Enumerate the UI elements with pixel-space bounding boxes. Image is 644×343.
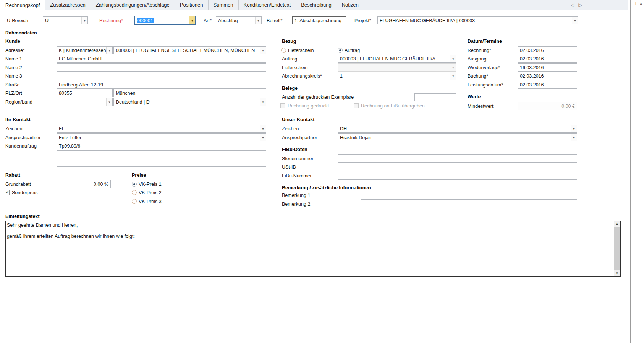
tab-rechnungskopf[interactable]: Rechnungskopf <box>0 0 45 10</box>
mindestwert-input: 0,00 € <box>518 102 577 110</box>
tab-notizen[interactable]: Notizen <box>337 0 364 10</box>
einleitungstext-content: Sehr geehrte Damen und Herren, gemäß Ihr… <box>7 223 612 239</box>
unser-ansprechpartner-label: Ansprechpartner <box>282 135 317 141</box>
projekt-combo[interactable]: FLUGHAFEN MUC GEBÄUDE III/A | 000003 ▾ <box>377 16 578 24</box>
datum-rechnung-input[interactable]: 02.03.2016 <box>518 46 577 54</box>
invoice-editor-window: Rechnungskopf Zusatzadressen Zahlungsbed… <box>0 0 644 343</box>
chevron-down-icon[interactable]: ▾ <box>106 98 112 106</box>
unser-zeichen-label: Zeichen <box>282 126 299 132</box>
vk-preis-1-label: VK-Preis 1 <box>139 182 162 187</box>
name3-input[interactable] <box>57 72 266 80</box>
tab-summen[interactable]: Summen <box>209 0 239 10</box>
form-right-edge <box>587 11 587 343</box>
chevron-down-icon[interactable]: ▾ <box>260 134 266 141</box>
mindestwert-label: Mindestwert <box>468 104 493 109</box>
chevron-down-icon[interactable]: ▾ <box>450 72 456 80</box>
chevron-down-icon[interactable]: ▾ <box>81 17 87 24</box>
auftrag-combo[interactable]: 000003 | FLUGHAFEN MUC GEBÄUDE III/A ▾ <box>338 55 456 63</box>
chevron-down-icon[interactable]: ▾ <box>189 16 195 24</box>
chevron-down-icon[interactable]: ▾ <box>260 47 266 54</box>
ihr-ansprechpartner-combo[interactable]: Fritz Lüfler ▾ <box>57 133 266 141</box>
betreff-input[interactable]: 1. Abschlagsrechnung <box>292 16 346 24</box>
tab-zusatzadressen[interactable]: Zusatzadressen <box>45 0 91 10</box>
vk-preis-1-radio[interactable] <box>132 182 137 187</box>
textarea-scrollbar[interactable]: ▲ ▼ <box>614 221 620 276</box>
plz-input[interactable]: 80355 <box>57 89 113 97</box>
rahmendaten-section-title: Rahmendaten <box>5 30 37 36</box>
datum-wiedervorlage-label: Wiedervorlage* <box>468 65 500 71</box>
name1-input[interactable]: FG München GmbH <box>57 55 266 63</box>
pin-icon[interactable]: ⊥ <box>634 1 638 7</box>
lieferschein-label: Lieferschein <box>282 65 307 71</box>
panel-splitter[interactable] <box>630 0 631 343</box>
u-bereich-combo[interactable]: U ▾ <box>43 16 88 24</box>
datum-section-title: Datum/Termine <box>468 39 502 44</box>
strasse-label: Straße <box>5 82 20 88</box>
chevron-down-icon[interactable]: ▾ <box>260 125 266 132</box>
kundenauftrag-extra2-input[interactable] <box>57 159 266 167</box>
chevron-down-icon[interactable]: ▾ <box>106 47 112 54</box>
sonderpreis-checkbox[interactable]: ✔ <box>5 190 10 195</box>
datum-leistungsdatum-input[interactable]: 02.03.2016 <box>518 81 577 89</box>
chevron-down-icon[interactable]: ▾ <box>571 134 577 141</box>
ihr-zeichen-combo[interactable]: FL ▾ <box>57 125 266 133</box>
abrechnungskreis-combo[interactable]: 1 ▾ <box>338 72 456 80</box>
ust-id-input[interactable] <box>338 163 577 171</box>
chevron-down-icon[interactable]: ▾ <box>572 17 578 24</box>
chevron-down-icon[interactable]: ▾ <box>255 17 261 24</box>
chevron-down-icon[interactable]: ▾ <box>571 125 577 132</box>
kunde-section-title: Kunde <box>5 39 20 44</box>
tab-zahlungsbedingungen[interactable]: Zahlungsbedingungen/Abschläge <box>91 0 175 10</box>
datum-ausgang-input[interactable]: 02.03.2016 <box>518 55 577 63</box>
close-icon[interactable]: × <box>639 1 642 7</box>
tab-konditionen-endetext[interactable]: Konditionen/Endetext <box>239 0 296 10</box>
rechnung-gedruckt-label: Rechnung gedruckt <box>288 103 329 109</box>
exemplare-input[interactable] <box>414 93 456 101</box>
tab-scroll-right-icon[interactable]: ▷ <box>577 2 584 8</box>
tab-scroll-left-icon[interactable]: ◁ <box>569 2 576 8</box>
tab-beschreibung[interactable]: Beschreibung <box>296 0 337 10</box>
datum-buchung-label: Buchung* <box>468 73 488 79</box>
tab-positionen[interactable]: Positionen <box>175 0 209 10</box>
fibu-nummer-input[interactable] <box>338 172 577 180</box>
einleitung-line2: gemäß Ihrem erteilten Auftrag berechnen … <box>7 234 612 239</box>
datum-wiedervorlage-input[interactable]: 16.03.2016 <box>518 63 577 72</box>
sonderpreis-label: Sonderpreis <box>12 190 37 196</box>
auftrag-radio[interactable] <box>338 48 343 53</box>
scroll-up-icon[interactable]: ▲ <box>614 221 620 227</box>
rechnung-nummer-combo[interactable]: 000001 ▾ <box>134 16 196 25</box>
datum-rechnung-label: Rechnung* <box>468 48 491 54</box>
chevron-down-icon[interactable]: ▾ <box>260 98 266 106</box>
steuernummer-input[interactable] <box>338 154 577 163</box>
name2-input[interactable] <box>57 63 266 72</box>
vk-preis-3-radio[interactable] <box>132 199 137 204</box>
fibu-section-title: FiBu-Daten <box>282 147 307 153</box>
adresse-typ-combo[interactable]: K | Kunden/Interessente ▾ <box>57 46 113 54</box>
grundrabatt-input[interactable]: 0,00 % <box>56 180 111 188</box>
grundrabatt-label: Grundrabatt <box>5 182 31 187</box>
strasse-input[interactable]: Lindberg-Allee 12-19 <box>57 81 266 89</box>
art-combo[interactable]: Abschlag ▾ <box>216 16 262 24</box>
adresse-combo[interactable]: 000003 | FLUGHAFENGESELLSCHAFT MÜNCHEN, … <box>113 46 266 54</box>
lieferschein-radio[interactable] <box>281 48 286 53</box>
scrollbar-thumb[interactable] <box>614 227 620 270</box>
vk-preis-2-radio[interactable] <box>132 190 137 195</box>
kundenauftrag-extra1-input[interactable] <box>57 150 266 158</box>
chevron-down-icon[interactable]: ▾ <box>450 55 456 62</box>
datum-buchung-input[interactable]: 02.03.2016 <box>518 72 577 80</box>
preise-section-title: Preise <box>132 172 146 178</box>
plz-ort-label: PLZ/Ort <box>5 91 22 96</box>
ort-input[interactable]: München <box>113 89 266 97</box>
kundenauftrag-label: Kundenauftrag <box>5 143 37 149</box>
kundenauftrag-input[interactable]: Tp99.89/6 <box>57 142 266 150</box>
region-combo[interactable]: ▾ <box>57 98 113 106</box>
einleitungstext-textarea[interactable]: Sehr geehrte Damen und Herren, gemäß Ihr… <box>5 221 621 277</box>
unser-kontakt-section-title: Unser Kontakt <box>282 117 314 123</box>
fibu-nummer-label: FiBu-Nummer <box>282 173 312 179</box>
unser-zeichen-combo[interactable]: DH ▾ <box>338 125 577 133</box>
bemerkung2-input[interactable] <box>361 200 577 208</box>
bemerkung1-input[interactable] <box>361 192 577 200</box>
unser-ansprechpartner-combo[interactable]: Hrastnik Dejan ▾ <box>338 133 577 141</box>
scroll-down-icon[interactable]: ▼ <box>614 270 620 276</box>
land-combo[interactable]: Deutschland | D ▾ <box>113 98 266 106</box>
